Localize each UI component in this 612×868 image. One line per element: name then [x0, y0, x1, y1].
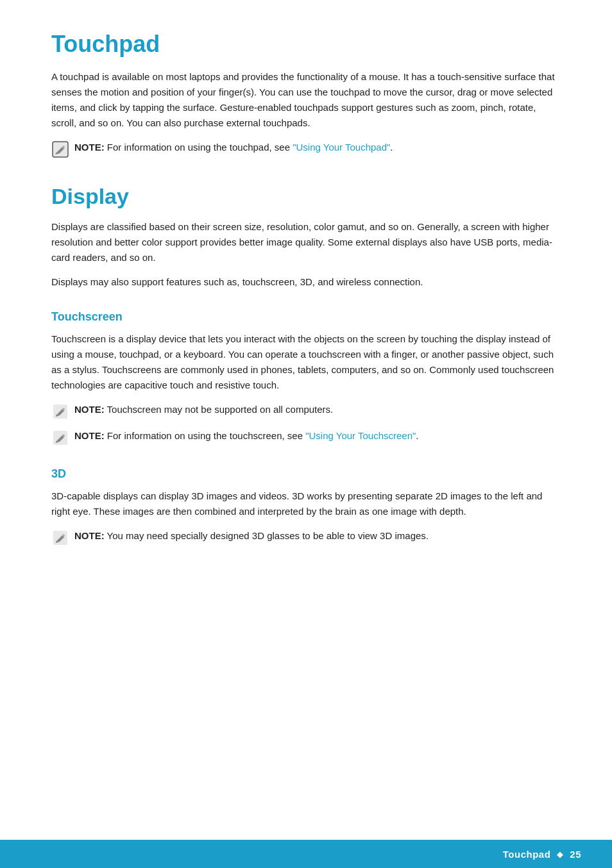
- threed-note1: NOTE: You may need specially designed 3D…: [51, 528, 561, 547]
- note-icon-threed: [51, 529, 69, 547]
- footer-diamond: ◆: [557, 849, 563, 859]
- touchpad-heading: Touchpad: [51, 31, 561, 58]
- touchpad-note1: NOTE: For information on using the touch…: [51, 140, 561, 158]
- touchscreen-note1-text: NOTE: Touchscreen may not be supported o…: [74, 402, 333, 417]
- threed-note1-text: NOTE: You may need specially designed 3D…: [74, 528, 429, 543]
- threed-heading: 3D: [51, 467, 561, 481]
- touchscreen-note2-text: NOTE: For information on using the touch…: [74, 428, 419, 443]
- touchscreen-note1: NOTE: Touchscreen may not be supported o…: [51, 402, 561, 421]
- touchpad-note1-text: NOTE: For information on using the touch…: [74, 140, 393, 154]
- footer-page-number: 25: [570, 849, 581, 860]
- footer-label: Touchpad: [503, 849, 551, 860]
- touchscreen-link[interactable]: "Using Your Touchscreen": [305, 430, 416, 441]
- footer-bar: Touchpad ◆ 25: [0, 840, 612, 868]
- threed-body1: 3D-capable displays can display 3D image…: [51, 488, 561, 519]
- note-icon-touchscreen1: [51, 403, 69, 421]
- display-body2: Displays may also support features such …: [51, 274, 561, 290]
- display-body1: Displays are classified based on their s…: [51, 219, 561, 265]
- display-heading: Display: [51, 184, 561, 209]
- touchscreen-body1: Touchscreen is a display device that let…: [51, 331, 561, 393]
- touchpad-body1: A touchpad is available on most laptops …: [51, 69, 561, 131]
- note-icon-touchscreen2: [51, 429, 69, 447]
- page-content: Touchpad A touchpad is available on most…: [0, 0, 612, 606]
- note-icon-touchpad: [51, 140, 69, 158]
- touchscreen-note2: NOTE: For information on using the touch…: [51, 428, 561, 447]
- touchscreen-heading: Touchscreen: [51, 310, 561, 324]
- touchpad-link[interactable]: "Using Your Touchpad": [293, 142, 390, 153]
